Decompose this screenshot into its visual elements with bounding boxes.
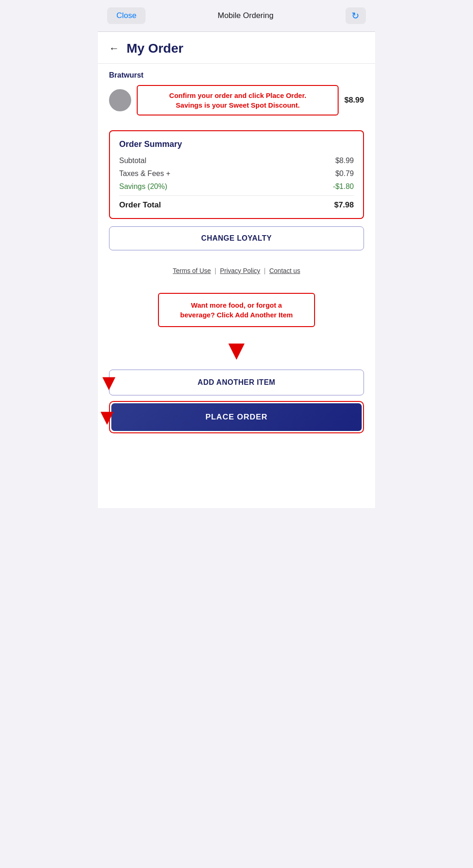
add-another-wrapper: ▼ ADD ANOTHER ITEM	[109, 370, 364, 395]
order-total-value: $7.98	[334, 200, 354, 210]
back-arrow-icon[interactable]: ←	[109, 42, 119, 55]
place-order-wrapper: ▼ PLACE ORDER	[109, 401, 364, 433]
subtotal-label: Subtotal	[119, 157, 146, 165]
change-loyalty-button[interactable]: CHANGE LOYALTY	[109, 226, 364, 250]
side-arrow-left-icon: ▼	[98, 371, 120, 394]
page-header: ← My Order	[98, 32, 375, 64]
add-item-tooltip-text: Want more food, or forgot a beverage? Cl…	[168, 300, 305, 320]
item-row: Confirm your order and click Place Order…	[109, 85, 364, 115]
contact-us-link[interactable]: Contact us	[269, 267, 300, 274]
savings-value: -$1.80	[333, 182, 354, 191]
terms-of-use-link[interactable]: Terms of Use	[173, 267, 211, 274]
item-thumbnail	[109, 89, 131, 111]
confirm-tooltip: Confirm your order and click Place Order…	[137, 85, 339, 115]
order-item-section: Bratwurst Confirm your order and click P…	[98, 64, 375, 123]
arrow-down-container: ▼	[98, 331, 375, 370]
taxes-row: Taxes & Fees + $0.79	[119, 170, 354, 178]
refresh-button[interactable]: ↻	[346, 7, 366, 24]
add-item-tooltip: Want more food, or forgot a beverage? Cl…	[158, 293, 315, 327]
page-title: My Order	[127, 41, 183, 56]
nav-bar: Close Mobile Ordering ↻	[98, 0, 375, 32]
savings-label: Savings (20%)	[119, 182, 167, 191]
order-total-row: Order Total $7.98	[119, 200, 354, 210]
add-another-item-button[interactable]: ADD ANOTHER ITEM	[109, 370, 364, 395]
savings-row: Savings (20%) -$1.80	[119, 182, 354, 191]
nav-title: Mobile Ordering	[218, 11, 273, 20]
item-price: $8.99	[344, 96, 364, 105]
order-summary-box: Order Summary Subtotal $8.99 Taxes & Fee…	[109, 130, 364, 219]
phone-container: Close Mobile Ordering ↻ ← My Order Bratw…	[98, 0, 375, 508]
order-summary-title: Order Summary	[119, 140, 354, 149]
taxes-label: Taxes & Fees +	[119, 170, 170, 178]
privacy-policy-link[interactable]: Privacy Policy	[220, 267, 260, 274]
bottom-buttons: ▼ ADD ANOTHER ITEM ▼ PLACE ORDER	[98, 370, 375, 444]
subtotal-row: Subtotal $8.99	[119, 157, 354, 165]
order-total-label: Order Total	[119, 200, 161, 210]
place-order-side-arrow-icon: ▼	[98, 406, 118, 428]
refresh-icon: ↻	[352, 10, 359, 21]
summary-divider	[119, 195, 354, 196]
page-content: ← My Order Bratwurst Confirm your order …	[98, 32, 375, 444]
add-item-tooltip-section: Want more food, or forgot a beverage? Cl…	[98, 285, 375, 331]
item-category: Bratwurst	[109, 71, 364, 79]
arrow-down-icon: ▼	[223, 336, 250, 364]
footer-divider-2: |	[264, 267, 266, 274]
footer-links: Terms of Use | Privacy Policy | Contact …	[98, 260, 375, 282]
footer-divider-1: |	[215, 267, 217, 274]
subtotal-value: $8.99	[335, 157, 354, 165]
taxes-value: $0.79	[335, 170, 354, 178]
confirm-tooltip-text: Confirm your order and click Place Order…	[144, 91, 331, 110]
close-button[interactable]: Close	[107, 7, 146, 24]
place-order-button[interactable]: PLACE ORDER	[111, 403, 362, 431]
